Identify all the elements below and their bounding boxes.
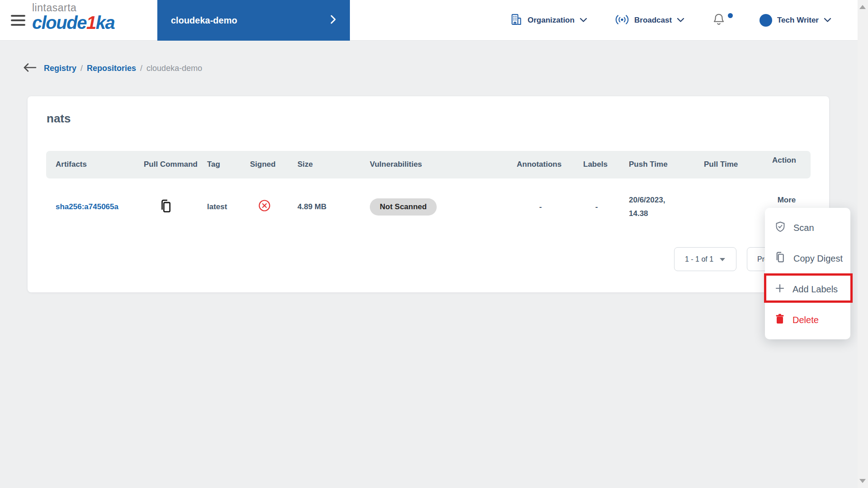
menu-item-delete[interactable]: Delete — [765, 305, 850, 335]
building-icon — [510, 13, 523, 28]
column-header-action: Action — [763, 151, 811, 166]
scrollbar-up-arrow-icon[interactable] — [859, 5, 866, 9]
broadcast-icon — [615, 14, 629, 28]
artifacts-table-header: Artifacts Pull Command Tag Signed Size V… — [46, 151, 811, 178]
labels-cell: - — [574, 202, 619, 211]
project-tab-label: cloudeka-demo — [171, 15, 237, 26]
menu-item-label: Delete — [793, 315, 819, 325]
broadcast-label: Broadcast — [634, 16, 672, 25]
copy-pull-command-icon[interactable] — [160, 199, 173, 215]
menu-item-copy-digest[interactable]: Copy Digest — [765, 243, 850, 274]
breadcrumb-separator: / — [80, 64, 83, 73]
not-signed-icon — [258, 206, 271, 214]
chevron-down-icon — [677, 16, 684, 24]
chevron-down-icon — [824, 16, 831, 24]
column-header-signed: Signed — [241, 160, 288, 170]
notification-dot-badge — [728, 13, 733, 18]
breadcrumb-items: Registry / Repositories / cloudeka-demo — [44, 64, 202, 73]
menu-item-label: Scan — [793, 223, 814, 233]
breadcrumb-current-page: cloudeka-demo — [146, 64, 202, 73]
repository-card: nats Artifacts Pull Command Tag Signed S… — [28, 96, 829, 292]
menu-item-label: Copy Digest — [793, 253, 843, 264]
column-header-tag: Tag — [198, 160, 241, 170]
broadcast-dropdown[interactable]: Broadcast — [615, 0, 684, 41]
column-header-pull-command: Pull Command — [134, 160, 198, 170]
breadcrumb: Registry / Repositories / cloudeka-demo — [22, 62, 202, 75]
column-header-pull-time: Pull Time — [694, 160, 763, 170]
page-scrollbar[interactable] — [858, 0, 868, 488]
table-row: sha256:a745065a latest 4.89 — [46, 178, 811, 235]
caret-down-icon — [719, 255, 726, 263]
tag-cell: latest — [198, 202, 241, 211]
breadcrumb-separator: / — [140, 64, 142, 73]
pagination-range-select[interactable]: 1 - 1 of 1 — [674, 247, 736, 271]
column-header-vulnerabilities: Vulnerabilities — [360, 160, 507, 170]
notifications-button[interactable] — [712, 0, 735, 41]
column-header-artifacts: Artifacts — [46, 160, 134, 170]
column-header-size: Size — [288, 160, 360, 170]
signed-cell — [241, 199, 288, 215]
user-menu[interactable]: Tech Writer — [760, 0, 831, 41]
user-name: Tech Writer — [777, 16, 819, 25]
organization-dropdown[interactable]: Organization — [510, 0, 587, 41]
bell-icon — [712, 13, 725, 28]
hamburger-menu-icon[interactable] — [11, 15, 25, 26]
breadcrumb-repositories[interactable]: Repositories — [87, 64, 136, 73]
avatar — [760, 14, 772, 27]
column-header-labels: Labels — [574, 160, 619, 170]
repository-title: nats — [47, 112, 71, 126]
vulnerability-status-badge: Not Scanned — [370, 198, 437, 216]
size-cell: 4.89 MB — [288, 202, 360, 211]
breadcrumb-registry[interactable]: Registry — [44, 64, 76, 73]
copy-icon — [775, 251, 786, 266]
column-header-push-time: Push Time — [619, 160, 694, 170]
add-labels-highlight-box — [764, 273, 853, 303]
logo-lintasarta-text: lintasarta — [32, 3, 114, 13]
more-actions-button[interactable]: More — [763, 196, 811, 205]
app-header: lintasarta cloude1ka cloudeka-demo — [0, 0, 858, 41]
project-tab[interactable]: cloudeka-demo — [157, 0, 350, 41]
push-time-cell: 20/6/2023, 14.38 — [619, 193, 694, 221]
back-arrow-icon[interactable] — [22, 62, 37, 75]
registry-artifact-page: lintasarta cloude1ka cloudeka-demo — [0, 0, 868, 488]
shield-check-icon — [775, 221, 786, 235]
chevron-right-icon — [330, 14, 336, 26]
chevron-down-icon — [580, 16, 587, 24]
scrollbar-down-arrow-icon[interactable] — [859, 479, 866, 483]
organization-label: Organization — [528, 16, 575, 25]
column-header-annotations: Annotations — [507, 160, 574, 170]
menu-item-scan[interactable]: Scan — [765, 212, 850, 243]
logo-cloudeka-text: cloude1ka — [32, 14, 114, 32]
artifact-digest-link[interactable]: sha256:a745065a — [56, 202, 118, 211]
cloudeka-logo[interactable]: lintasarta cloude1ka — [32, 3, 114, 32]
trash-icon — [775, 314, 785, 327]
pagination-range-label: 1 - 1 of 1 — [685, 255, 713, 263]
annotations-cell: - — [507, 202, 574, 211]
